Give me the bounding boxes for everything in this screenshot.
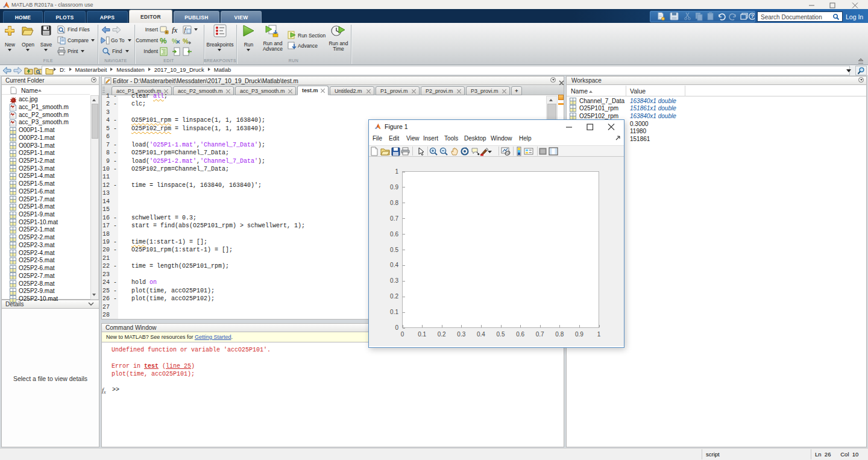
svg-text:?: ? [751,13,755,19]
svg-text:fx: fx [172,26,178,34]
svg-text:%: % [160,36,167,45]
svg-text:%: % [183,37,189,45]
